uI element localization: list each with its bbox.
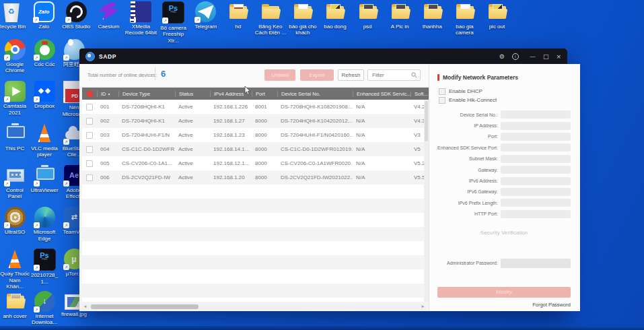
column-header-soft[interactable]: Soft... <box>410 91 429 97</box>
desktop-icon-thanhha[interactable]: thanhha <box>416 1 448 44</box>
table-row[interactable]: 002DS-7204HQHI-K1Active192.168.1.278000D… <box>82 114 429 128</box>
minimize-icon[interactable]: — <box>530 53 536 60</box>
desktop-icon-xmedia-recode-64bit[interactable]: ↗XMedia Recode 64bit <box>124 1 157 44</box>
table-row[interactable]: 003DS-7204HUHI-F1/NActive192.168.1.23800… <box>82 128 429 142</box>
scroll-right-icon[interactable]: ▸ <box>420 304 426 310</box>
row-checkbox[interactable] <box>86 160 93 167</box>
icon-label: Bộ camera Freeship Xtr... <box>157 25 189 44</box>
column-header-device-type[interactable]: Device Type <box>118 91 175 97</box>
desktop-icon-b-camera-freeship-xtr[interactable]: ↗Bộ camera Freeship Xtr... <box>157 1 189 44</box>
vertical-scrollbar[interactable] <box>424 100 429 302</box>
desktop-icon-a-pic-in[interactable]: A Pic in <box>384 1 416 44</box>
desktop-icon-recycle-bin[interactable]: Recycle Bin <box>0 1 28 44</box>
table-row[interactable]: 001DS-7208HQHI-K1Active192.168.1.2268001… <box>82 100 429 114</box>
desktop-icon-pic-out[interactable]: pic out <box>480 1 513 44</box>
table-row[interactable]: 005CS-CV206-C0-1A1...Active192.168.12.1.… <box>82 156 429 170</box>
desktop-icon-bao-dong[interactable]: bao dong <box>319 1 351 44</box>
desktop-icon-ultraiso[interactable]: ↗UltraISO <box>0 207 30 249</box>
ipv6-address-input[interactable] <box>501 177 571 185</box>
ipv6-gateway-input[interactable] <box>501 188 571 196</box>
maximize-icon[interactable]: □ <box>543 53 549 60</box>
admin-password-input[interactable] <box>501 259 571 268</box>
desktop-icon-anh-cover[interactable]: anh cover <box>0 291 30 330</box>
desktop-icon-internet-downloa[interactable]: ↗Internet Downloa... <box>30 291 59 330</box>
row-checkbox[interactable] <box>86 146 93 153</box>
desktop-icon-b-ng-keo-c-ch-i-n[interactable]: Băng Keo Cách Điện ... <box>254 1 287 44</box>
port-input[interactable] <box>501 133 571 141</box>
folder-back <box>229 6 247 19</box>
column-header-id[interactable]: ID▾ <box>97 91 118 97</box>
export-button[interactable]: Export <box>300 69 334 81</box>
desktop-icon-c-c-c-c[interactable]: ↗Cốc Cốc <box>30 39 59 81</box>
unbind-button[interactable]: Unbind <box>264 69 295 81</box>
folder-front <box>6 298 26 308</box>
search-icon[interactable] <box>411 72 417 78</box>
enable-dhcp-checkbox[interactable] <box>439 88 445 95</box>
scrollbar-track[interactable] <box>88 304 420 309</box>
select-all-checkbox[interactable] <box>87 91 93 97</box>
table-row[interactable]: 006DS-2CV2Q21FD-IWActive192.168.1.208000… <box>82 170 429 185</box>
desktop-icon-20210728-1[interactable]: ↗20210728_1... <box>30 249 59 290</box>
desktop-icon-b-o-gi-cho-kh-ch[interactable]: báo giá cho khách <box>287 1 319 44</box>
refresh-button[interactable]: Refresh <box>338 69 364 81</box>
desktop-icon-google-chrome[interactable]: ↗Google Chrome <box>0 39 30 81</box>
desktop-background[interactable]: Recycle Bin↗Zalo↗OBS Studio↗Caesium↗XMed… <box>0 0 644 330</box>
http-port-input[interactable] <box>501 210 571 218</box>
device-serial-no-input[interactable] <box>501 110 571 119</box>
desktop-icon-obs-studio[interactable]: ↗OBS Studio <box>60 1 92 44</box>
ipv6-prefix-length-input[interactable] <box>501 199 571 207</box>
row-checkbox[interactable] <box>86 132 93 139</box>
desktop-icon-hd[interactable]: hd <box>222 1 254 44</box>
enhanced-sdk-service-port-input[interactable] <box>501 143 571 152</box>
desktop-icon-zalo[interactable]: ↗Zalo <box>28 1 60 44</box>
folder-content <box>363 4 373 15</box>
column-header-enhanced-sdk-servic[interactable]: Enhanced SDK Servic... <box>353 91 410 97</box>
coccoc-icon: ↗ <box>34 39 55 60</box>
desktop-icon-microsoft-edge[interactable]: ↗Microsoft Edge <box>30 207 59 249</box>
cell-port: 8000 <box>252 132 277 138</box>
filter-input[interactable] <box>371 71 411 79</box>
desktop-icon-caesium[interactable]: ↗Caesium <box>92 1 124 44</box>
icon-label: Băng Keo Cách Điện ... <box>254 24 287 36</box>
modify-button[interactable]: Modify <box>437 287 571 298</box>
row-checkbox[interactable] <box>86 174 93 181</box>
desktop-icon-control-panel[interactable]: ↗Control Panel <box>0 165 30 207</box>
row-checkbox[interactable] <box>86 104 93 110</box>
desktop-icon-bao-gia-camera[interactable]: bao gia camera <box>448 1 480 44</box>
row-checkbox[interactable] <box>86 118 93 125</box>
settings-gear-icon[interactable]: ⚙ <box>499 53 505 60</box>
close-icon[interactable]: × <box>556 53 561 60</box>
column-header-status[interactable]: Status <box>175 91 210 97</box>
scroll-left-icon[interactable]: ◂ <box>82 304 88 310</box>
subnet-mask-input[interactable] <box>501 155 571 163</box>
gateway-input[interactable] <box>501 166 571 174</box>
desktop-icon-dropbox[interactable]: ↗Dropbox <box>30 81 59 123</box>
desktop-icon-camtasia-2021[interactable]: ↗Camtasia 2021 <box>0 81 30 123</box>
cell-port: 8000 <box>252 118 277 124</box>
folder-front <box>456 9 476 19</box>
about-info-icon[interactable]: i <box>512 53 519 60</box>
icon-label: Google Chrome <box>0 61 30 74</box>
column-header-port[interactable]: Port <box>252 91 277 97</box>
desktop-icon-vlc-media-player[interactable]: ↗VLC media player <box>30 123 59 165</box>
folder-plain-icon <box>260 1 281 22</box>
icon-label: Cốc Cốc <box>34 61 55 67</box>
enable-hik-connect-checkbox[interactable] <box>439 97 445 104</box>
forgot-password-link[interactable]: Forgot Password <box>437 302 571 308</box>
cell-id: 004 <box>97 146 118 152</box>
cell-ip: 192.168.1.20 <box>210 174 252 180</box>
desktop-icon-ultraviewer[interactable]: ↗UltraViewer <box>30 165 59 207</box>
desktop-icon-psd[interactable]: psd <box>351 1 384 44</box>
window-titlebar[interactable]: SADP ⚙i—□× <box>79 48 567 64</box>
cell-ip: 192.168.1.23 <box>210 132 252 138</box>
ip-address-input[interactable] <box>501 122 571 130</box>
desktop-icon-this-pc[interactable]: This PC <box>0 123 30 165</box>
shortcut-arrow-icon: ↗ <box>162 18 168 24</box>
vertical-scrollbar-thumb[interactable] <box>425 101 428 141</box>
desktop-icon-telegram[interactable]: ↗Telegram <box>190 1 222 44</box>
column-header-device-serial-no[interactable]: Device Serial No. <box>277 91 353 97</box>
table-row[interactable]: 004CS-C1C-D0-1D2WFRActive192.168.14.1...… <box>82 142 429 156</box>
desktop-icon-qu-y-thu-c-nam-kh-n[interactable]: ↗Quầy Thuốc Nam Khán... <box>0 249 30 290</box>
scrollbar-thumb[interactable] <box>91 304 199 309</box>
cell-status: Active <box>175 146 210 152</box>
